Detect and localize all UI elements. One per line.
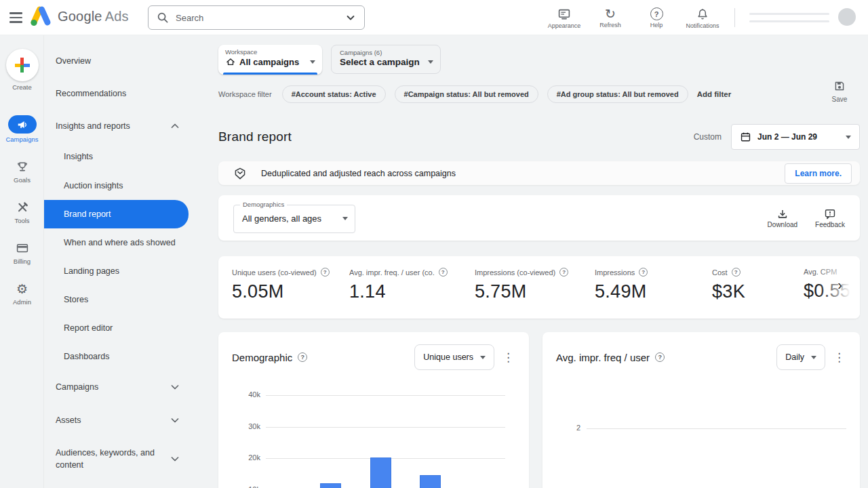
- date-range-value: Jun 2 — Jun 29: [757, 132, 817, 142]
- nav-item-label: Overview: [56, 55, 91, 67]
- download-label: Download: [768, 221, 797, 228]
- demographic-bar-1: [320, 483, 341, 488]
- nav-item-audiences-keywords-and-content[interactable]: Audiences, keywords, and content: [44, 436, 210, 481]
- demographic-bar-chart: 40k30k20k10k: [232, 386, 517, 488]
- rail-item-goals[interactable]: Goals: [0, 159, 44, 184]
- nav-item-label: Stores: [64, 293, 88, 306]
- notifications-button[interactable]: Notifications: [679, 3, 726, 29]
- metric-label: Avg. impr. freq. / user (co.: [349, 268, 435, 277]
- download-button[interactable]: Download: [768, 208, 797, 228]
- filter-pill-account-status-active[interactable]: #Account status: Active: [282, 85, 386, 103]
- workspace-selector-label: Workspace: [225, 48, 315, 56]
- nav-item-campaigns[interactable]: Campaigns: [44, 371, 210, 403]
- rail-item-billing[interactable]: Billing: [0, 241, 44, 265]
- metric-avg-cpm: Avg. CPM$0.55: [804, 268, 860, 319]
- nav-item-brand-report[interactable]: Brand report: [44, 200, 189, 228]
- help-icon: ?: [650, 7, 663, 20]
- demographic-chart-title: Demographic ?: [232, 352, 307, 363]
- rail-item-campaigns[interactable]: Campaigns: [0, 115, 44, 143]
- metric-label: Unique users (co-viewed): [232, 268, 317, 277]
- filter-pill-ad-group-status-all-but-removed[interactable]: #Ad group status: All but removed: [547, 85, 688, 103]
- nav-item-label: Brand report: [64, 208, 111, 220]
- nav-item-stores[interactable]: Stores: [44, 285, 210, 314]
- search-input[interactable]: [176, 13, 344, 23]
- campaign-selector-value: Select a campaign: [340, 57, 420, 67]
- feedback-button[interactable]: Feedback: [815, 208, 845, 228]
- top-app-bar: GoogleAds Appearance: [0, 0, 868, 35]
- nav-item-landing-pages[interactable]: Landing pages: [44, 257, 210, 285]
- help-icon[interactable]: ?: [298, 352, 307, 362]
- metric-unique-users-co-viewed: Unique users (co-viewed)?5.05M: [232, 268, 349, 319]
- add-filter-button[interactable]: Add filter: [697, 90, 731, 98]
- nav-item-insights[interactable]: Insights: [44, 142, 210, 171]
- metrics-scroll-next-icon[interactable]: ›: [837, 278, 842, 291]
- help-label: Help: [650, 22, 663, 28]
- demographics-selector[interactable]: Demographics All genders, all ages: [233, 205, 355, 233]
- nav-item-label: Report editor: [64, 322, 113, 334]
- nav-item-assets[interactable]: Assets: [44, 404, 210, 436]
- download-icon: [776, 208, 789, 220]
- chevron-down-icon: [171, 417, 179, 424]
- menu-hamburger-icon[interactable]: [7, 10, 26, 25]
- demographic-bar-3: [420, 475, 441, 488]
- google-ads-app: GoogleAds Appearance: [0, 0, 868, 488]
- rail-item-create[interactable]: Create: [0, 49, 44, 91]
- nav-item-when-and-where-ads-showed[interactable]: When and where ads showed: [44, 228, 210, 257]
- rail-item-admin[interactable]: ⚙ Admin: [0, 281, 44, 306]
- y-axis-tick: 30k: [232, 422, 260, 430]
- notifications-icon: [696, 7, 709, 21]
- demographic-metric-dropdown[interactable]: Unique users: [414, 344, 494, 370]
- calendar-icon: [740, 131, 751, 143]
- demographics-selector-value: All genders, all ages: [242, 214, 321, 224]
- y-axis-tick: 40k: [232, 390, 260, 399]
- workspace-selector[interactable]: Workspace All campaigns: [218, 45, 322, 75]
- caret-down-icon: [811, 356, 816, 359]
- help-icon[interactable]: ?: [321, 268, 330, 277]
- search-icon: [157, 12, 169, 24]
- help-icon[interactable]: ?: [439, 268, 448, 277]
- main-content: Workspace All campaigns Campaigns (6) Se…: [210, 35, 868, 488]
- nav-item-recommendations[interactable]: Recommendations: [44, 77, 210, 110]
- help-icon[interactable]: ?: [655, 352, 665, 362]
- metric-cost: Cost?$3K: [712, 268, 804, 319]
- nav-item-label: Landing pages: [64, 265, 119, 277]
- avatar[interactable]: [838, 8, 856, 26]
- refresh-icon: ↻: [605, 7, 616, 20]
- rail-label: Billing: [0, 258, 44, 265]
- metric-value: 5.49M: [595, 281, 712, 302]
- tools-icon: [16, 201, 29, 214]
- rail-label: Admin: [0, 298, 44, 306]
- learn-more-button[interactable]: Learn more.: [785, 163, 852, 184]
- left-icon-rail: Create Campaigns: [0, 35, 44, 488]
- nav-item-insights-and-reports[interactable]: Insights and reports: [44, 110, 210, 142]
- help-button[interactable]: ? Help: [633, 3, 679, 29]
- trophy-icon: [16, 160, 29, 174]
- frequency-line-chart: 2: [556, 386, 854, 488]
- help-icon[interactable]: ?: [559, 268, 568, 277]
- workspace-filter-bar: Workspace filter #Account status: Active…: [218, 85, 731, 103]
- refresh-label: Refresh: [599, 22, 621, 28]
- nav-item-auction-insights[interactable]: Auction insights: [44, 171, 210, 200]
- global-search[interactable]: [148, 5, 365, 30]
- nav-item-dashboards[interactable]: Dashboards: [44, 342, 210, 371]
- date-range-picker[interactable]: Jun 2 — Jun 29: [731, 124, 860, 150]
- refresh-button[interactable]: ↻ Refresh: [587, 3, 633, 29]
- rail-item-tools[interactable]: Tools: [0, 200, 44, 224]
- campaign-selector[interactable]: Campaigns (6) Select a campaign: [331, 45, 441, 74]
- save-button[interactable]: Save: [823, 80, 856, 103]
- nav-item-report-editor[interactable]: Report editor: [44, 314, 210, 342]
- metric-label: Cost: [712, 268, 728, 277]
- frequency-interval-dropdown[interactable]: Daily: [776, 344, 825, 370]
- dedup-reach-icon: [233, 167, 247, 180]
- help-icon[interactable]: ?: [732, 268, 741, 277]
- appearance-button[interactable]: Appearance: [541, 3, 587, 29]
- account-info-redacted-line: [749, 13, 829, 15]
- nav-item-overview[interactable]: Overview: [44, 45, 210, 77]
- filter-pill-campaign-status-all-but-removed[interactable]: #Campaign status: All but removed: [395, 85, 538, 103]
- chevron-down-icon[interactable]: [344, 11, 357, 24]
- more-options-icon[interactable]: ⋮: [828, 350, 850, 365]
- help-icon[interactable]: ?: [639, 268, 648, 277]
- frequency-chart-card: Avg. impr. freq / user ? Daily ⋮ 2: [542, 332, 860, 488]
- more-options-icon[interactable]: ⋮: [497, 350, 519, 365]
- metric-label: Impressions (co-viewed): [475, 268, 555, 277]
